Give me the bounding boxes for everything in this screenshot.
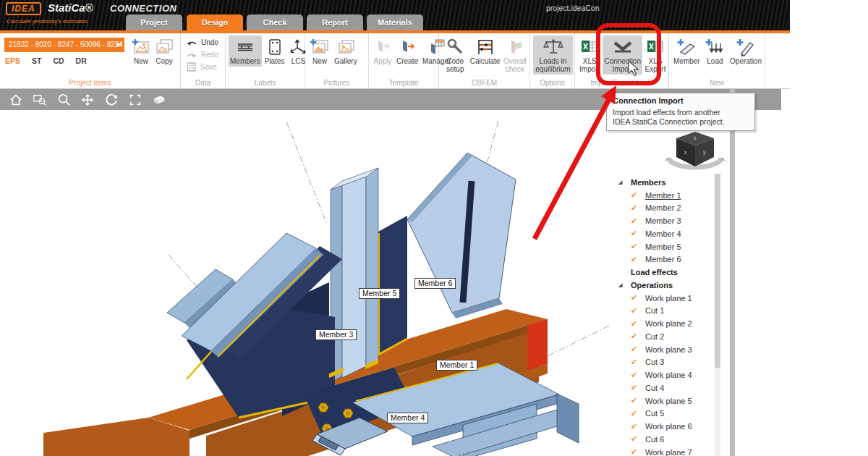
tree-item-member-2[interactable]: Member 2 bbox=[618, 202, 714, 215]
tree-item-cut-5[interactable]: Cut 5 bbox=[618, 408, 714, 421]
check-icon bbox=[631, 447, 645, 456]
home-view-icon[interactable] bbox=[7, 92, 25, 108]
mode-dr[interactable]: DR bbox=[76, 56, 87, 65]
tab-materials[interactable]: Materials bbox=[367, 14, 423, 30]
tree-item-work-plane-7[interactable]: Work plane 7 bbox=[618, 446, 714, 456]
copy-picture-icon bbox=[155, 37, 174, 57]
mode-eps[interactable]: EPS bbox=[5, 56, 20, 65]
scales-icon bbox=[543, 37, 563, 57]
ribbon-group-new: Member Load Operation New bbox=[669, 33, 765, 88]
svg-text:z: z bbox=[694, 135, 697, 140]
tree-item-cut-4[interactable]: Cut 4 bbox=[618, 381, 714, 394]
mode-cd[interactable]: CD bbox=[53, 56, 64, 65]
undo-button[interactable]: Undo bbox=[186, 36, 225, 48]
new-project-item-button[interactable]: New bbox=[130, 35, 152, 67]
expander-icon[interactable] bbox=[618, 282, 631, 288]
xls-export-button[interactable]: XLS Export bbox=[644, 35, 667, 75]
check-icon bbox=[631, 409, 645, 418]
group-label-pictures: Pictures bbox=[305, 79, 368, 87]
product-name: CONNECTION bbox=[110, 3, 176, 14]
connection-import-tooltip: Connection Import Import load effects fr… bbox=[606, 93, 755, 131]
tree-item-cut-1[interactable]: Cut 1 bbox=[618, 305, 714, 318]
connection-import-icon bbox=[612, 37, 634, 57]
redo-label: Redo bbox=[201, 51, 218, 59]
panel-divider bbox=[730, 89, 735, 456]
pictures-new-button[interactable]: New bbox=[308, 35, 331, 67]
tree-item-cut-2[interactable]: Cut 2 bbox=[618, 330, 714, 343]
template-apply-button[interactable]: Apply bbox=[372, 35, 393, 67]
tree-item-work-plane-1[interactable]: Work plane 1 bbox=[618, 292, 714, 305]
tab-check[interactable]: Check bbox=[247, 14, 303, 30]
tree-item-cut-3[interactable]: Cut 3 bbox=[618, 356, 714, 369]
zoom-window-icon[interactable] bbox=[31, 92, 48, 108]
tab-project[interactable]: Project bbox=[126, 14, 182, 30]
tab-report[interactable]: Report bbox=[307, 14, 363, 30]
tree-item-cut-6[interactable]: Cut 6 bbox=[618, 433, 714, 446]
member-3-geometry bbox=[167, 233, 342, 418]
gallery-icon bbox=[336, 37, 356, 57]
code-setup-button[interactable]: Code setup bbox=[442, 35, 469, 75]
tree-load-effects-header[interactable]: Load effects bbox=[618, 266, 714, 279]
loads-in-equilibrium-toggle[interactable]: Loads in equilibrium bbox=[533, 35, 573, 75]
new-load-button[interactable]: Load bbox=[703, 35, 727, 67]
scrollbar-thumb[interactable] bbox=[715, 174, 720, 368]
wrench-icon bbox=[446, 37, 464, 57]
connection-import-button[interactable]: Connection Import bbox=[603, 35, 642, 75]
member-6-label: Member 6 bbox=[414, 278, 456, 289]
check-icon bbox=[631, 371, 645, 380]
tree-item-member-3[interactable]: Member 3 bbox=[618, 214, 714, 227]
zoom-icon[interactable] bbox=[55, 92, 72, 108]
loads-in-equilibrium-label: Loads in equilibrium bbox=[535, 57, 571, 73]
group-label-new: New bbox=[669, 79, 765, 87]
check-icon bbox=[631, 216, 645, 226]
tree-item-member-5[interactable]: Member 5 bbox=[618, 240, 714, 253]
group-label-labels: Labels bbox=[226, 79, 305, 87]
mode-st[interactable]: ST bbox=[32, 56, 41, 65]
tree-item-work-plane-3[interactable]: Work plane 3 bbox=[618, 343, 714, 356]
title-bar: IDEA StatiCa® CONNECTION Calculate yeste… bbox=[0, 0, 790, 30]
calculate-button[interactable]: Calculate bbox=[470, 35, 501, 67]
template-create-button[interactable]: Create bbox=[395, 35, 420, 67]
ribbon-group-pictures: New Gallery Pictures bbox=[305, 33, 369, 88]
overall-check-label: Overall check bbox=[503, 57, 527, 73]
idea-logo: IDEA bbox=[6, 2, 41, 15]
pictures-gallery-button[interactable]: Gallery bbox=[333, 35, 359, 67]
tree-item-member-1[interactable]: Member 1 bbox=[618, 189, 714, 202]
redo-button[interactable]: Redo bbox=[186, 48, 225, 61]
ribbon-group-labels: Members Plates LCS Labels bbox=[226, 33, 305, 88]
group-label-import-export: Import/Export loads bbox=[575, 79, 668, 87]
new-operation-button[interactable]: Operation bbox=[728, 35, 763, 67]
undo-icon bbox=[186, 38, 197, 48]
tree-item-work-plane-4[interactable]: Work plane 4 bbox=[618, 368, 714, 381]
zoom-fit-icon[interactable] bbox=[127, 92, 144, 108]
rotate-icon[interactable] bbox=[103, 92, 120, 108]
tab-design[interactable]: Design bbox=[187, 14, 243, 30]
pan-icon[interactable] bbox=[79, 92, 96, 108]
tree-scrollbar[interactable] bbox=[715, 174, 720, 456]
new-member-button[interactable]: Member bbox=[672, 35, 702, 67]
tree-item-work-plane-5[interactable]: Work plane 5 bbox=[618, 394, 714, 408]
solid-view-icon[interactable] bbox=[150, 92, 168, 108]
copy-project-item-button[interactable]: Copy bbox=[153, 35, 175, 67]
tree-item-member-6[interactable]: Member 6 bbox=[618, 253, 714, 266]
check-icon bbox=[631, 319, 645, 329]
labels-plates-button[interactable]: Plates bbox=[263, 35, 286, 67]
member-6-geometry bbox=[407, 153, 516, 318]
tree-item-member-4[interactable]: Member 4 bbox=[618, 227, 714, 240]
ribbon: 21832 - 8020 - 8247 - 50096 - 8224 - 8 E… bbox=[0, 33, 790, 89]
tree-item-work-plane-2[interactable]: Work plane 2 bbox=[618, 317, 714, 330]
tree-item-work-plane-6[interactable]: Work plane 6 bbox=[618, 420, 714, 433]
xls-export-icon bbox=[646, 37, 665, 57]
save-button[interactable]: Save bbox=[186, 61, 225, 73]
code-setup-label: Code setup bbox=[443, 57, 467, 73]
check-icon bbox=[631, 190, 645, 200]
xls-import-button[interactable]: XLS Import bbox=[578, 35, 601, 75]
overall-check-button[interactable]: Overall check bbox=[502, 35, 529, 75]
new-load-icon bbox=[705, 37, 725, 57]
tree-members-header[interactable]: Members bbox=[618, 176, 714, 189]
project-item-selector[interactable]: 21832 - 8020 - 8247 - 50096 - 8224 - 8 bbox=[4, 38, 124, 52]
new-picture-icon bbox=[310, 37, 330, 57]
expander-icon[interactable] bbox=[618, 180, 631, 185]
tree-operations-header[interactable]: Operations bbox=[618, 279, 714, 292]
labels-members-button[interactable]: Members bbox=[229, 35, 262, 67]
